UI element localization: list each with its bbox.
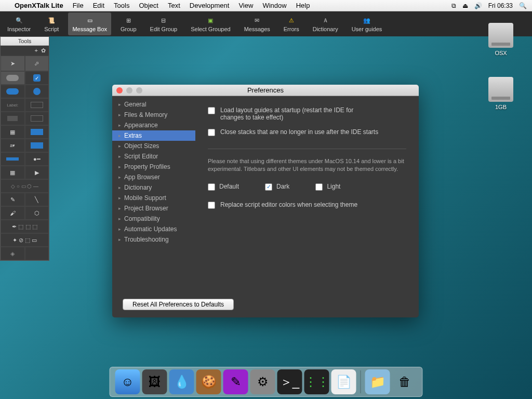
dock-terminal[interactable]: ＞_ [277,369,302,394]
dock-activity[interactable]: ⋮⋮ [304,369,329,394]
menubar: OpenXTalk Lite File Edit Tools Object Te… [0,0,532,11]
sidebar-item-automatic-updates[interactable]: Automatic Updates [112,224,195,234]
toolbar-edit-group[interactable]: ⊟Edit Group [146,12,182,35]
checkbox-close-stacks[interactable] [208,129,215,136]
checkbox-replace-colors[interactable] [208,202,215,209]
sidebar-item-script-editor[interactable]: Script Editor [112,151,195,162]
toolbar-message-box[interactable]: ▭Message Box [68,12,111,35]
window-title: Preferences [112,86,419,94]
sidebar-item-property-profiles[interactable]: Property Profiles [112,162,195,172]
tool-tabbed[interactable]: ▦ [1,125,25,139]
tool-edit-pointer[interactable]: ⬀ [25,56,49,71]
dock-finder[interactable]: ☺ [115,369,140,394]
menu-text[interactable]: Text [168,2,180,9]
menu-tools[interactable]: Tools [114,2,129,9]
tool-image[interactable]: ▦ [1,166,25,179]
tools-palette: Tools +✿ ➤ ⬀ ✓ Label: ▦ a▾ ●━ ▦ ▶ ◇ ○ ▭ … [0,36,49,261]
toolbar-group[interactable]: ⊞Group [116,12,141,35]
dock-trash[interactable]: 🗑 [392,369,417,394]
tool-shapes-row[interactable]: ◇ ○ ▭ ⬡ — [1,179,49,193]
tools-gear-icon[interactable]: ✿ [41,47,46,54]
tool-slider[interactable]: ●━ [25,152,49,166]
dock-photos[interactable]: 🖼 [142,369,167,394]
tool-diamond[interactable]: ◈ [1,247,25,260]
toolbar-dictionary[interactable]: ＡDictionary [309,12,342,35]
tool-brush[interactable]: 🖌 [1,206,25,220]
tool-button-blue[interactable] [1,85,25,98]
clock[interactable]: Fri 06:33 [488,2,513,9]
dock-oxt[interactable]: ✎ [223,369,248,394]
dock-downloads[interactable]: 📁 [365,369,390,394]
sidebar-item-object-sizes[interactable]: Object Sizes [112,141,195,151]
desktop-drive-1gb[interactable]: 1GB [485,77,516,110]
sidebar-item-troubleshooting[interactable]: Troubleshooting [112,234,195,245]
toolbar-script[interactable]: 📜Script [40,12,63,35]
spotlight-icon[interactable]: 🔍 [519,2,527,9]
sidebar-item-files-memory[interactable]: Files & Memory [112,110,195,120]
volume-icon[interactable]: 🔊 [474,2,482,9]
tool-checkbox[interactable]: ✓ [25,71,49,85]
tool-empty [25,247,49,260]
dock-cookies[interactable]: 🍪 [196,369,221,394]
close-button[interactable] [116,87,123,94]
tool-button-gray[interactable] [1,71,25,85]
label-theme-dark: Dark [276,183,289,190]
dock-textedit[interactable]: 📄 [331,369,356,394]
tool-radio[interactable] [25,85,49,98]
checkbox-theme-default[interactable] [208,183,215,191]
sidebar-item-extras[interactable]: Extras [112,130,195,141]
preferences-sidebar: General Files & Memory Appearance Extras… [112,96,195,294]
sidebar-item-appearance[interactable]: Appearance [112,120,195,130]
tool-field-label[interactable]: Label: [1,98,25,112]
sidebar-item-general[interactable]: General [112,99,195,110]
tool-run-pointer[interactable]: ➤ [1,56,25,71]
tool-combobox[interactable]: a▾ [1,139,25,152]
toolbar-user-guides[interactable]: 👥User guides [348,12,387,35]
tool-progress[interactable] [1,152,25,166]
label-load-guides: Load layout guides at startup (restart t… [220,107,376,121]
app-name[interactable]: OpenXTalk Lite [15,2,63,9]
menu-edit[interactable]: Edit [93,2,104,9]
tool-rect[interactable] [1,112,25,125]
sidebar-item-project-browser[interactable]: Project Browser [112,203,195,214]
sidebar-item-compatibility[interactable]: Compatibility [112,214,195,224]
tool-menu[interactable] [25,125,49,139]
tool-field[interactable] [25,98,49,112]
dock-classic[interactable]: 💧 [169,369,194,394]
tool-paint-row2[interactable]: ✦ ⊘ ⬚ ▭ [1,233,49,247]
tool-scrolling-field[interactable] [25,112,49,125]
menu-file[interactable]: File [73,2,84,9]
zoom-button[interactable] [136,87,142,94]
sidebar-item-app-browser[interactable]: App Browser [112,172,195,182]
menu-object[interactable]: Object [139,2,158,9]
tool-player[interactable]: ▶ [25,166,49,179]
bluetooth-icon[interactable]: ⧉ [451,2,456,9]
toolbar-select-grouped[interactable]: ▣Select Grouped [187,12,234,35]
menu-window[interactable]: Window [262,2,286,9]
toolbar-inspector[interactable]: 🔍Inspector [3,12,35,35]
tool-polygon[interactable]: ⬡ [25,206,49,220]
menu-view[interactable]: View [238,2,253,9]
toolbar-messages[interactable]: ✉Messages [240,12,274,35]
dock: ☺ 🖼 💧 🍪 ✎ ⚙ ＞_ ⋮⋮ 📄 📁 🗑 [110,367,423,397]
tool-line[interactable]: ╲ [25,193,49,206]
menu-development[interactable]: Development [190,2,230,9]
menu-help[interactable]: Help [296,2,310,9]
sidebar-item-dictionary[interactable]: Dictionary [112,182,195,193]
eject-icon[interactable]: ⏏ [462,2,468,9]
toolbar-errors[interactable]: ⚠Errors [280,12,303,35]
checkbox-theme-light[interactable] [315,183,323,191]
reset-preferences-button[interactable]: Reset All Preferences to Defaults [123,299,234,310]
sidebar-item-mobile-support[interactable]: Mobile Support [112,193,195,203]
tool-option[interactable] [25,139,49,152]
checkbox-load-guides[interactable] [208,107,215,114]
minimize-button[interactable] [126,87,132,94]
tool-paint-row[interactable]: ✒ ⬚ ⬚ ⬚ [1,220,49,233]
tools-add-icon[interactable]: + [35,47,38,54]
desktop-drive-osx[interactable]: OSX [485,23,516,56]
dock-sysprefs[interactable]: ⚙ [250,369,275,394]
checkbox-theme-dark[interactable]: ✓ [265,183,272,191]
preferences-titlebar[interactable]: Preferences [112,85,419,96]
tools-titlebar[interactable]: Tools [1,37,49,46]
tool-pencil[interactable]: ✎ [1,193,25,206]
